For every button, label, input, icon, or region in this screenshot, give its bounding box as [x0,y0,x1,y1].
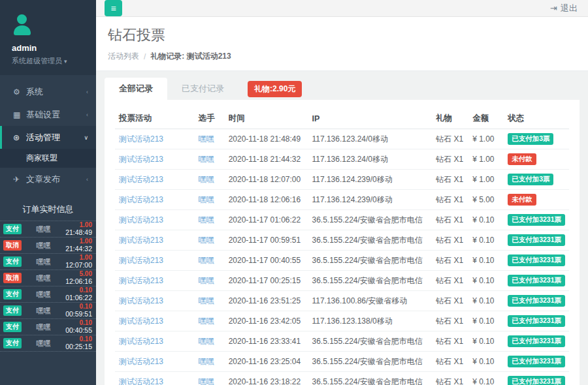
table-row: 测试活动213 嘿嘿 2020-11-17 01:06:22 36.5.155.… [115,210,569,230]
ip-cell: 36.5.155.224/安徽省合肥市电信 [308,271,432,291]
activity-link[interactable]: 测试活动213 [115,129,195,149]
order-time: 21:48:49 [65,229,92,236]
amount-cell: ¥ 0.10 [468,352,504,372]
logout-button[interactable]: ⇥ 退出 [550,3,578,14]
activity-link[interactable]: 测试活动213 [115,311,195,331]
send-icon: ✈ [13,175,26,184]
table-row: 测试活动213 嘿嘿 2020-11-18 21:48:49 117.136.1… [115,129,569,149]
order-status-badge: 支付 [3,224,22,234]
amount-cell: ¥ 0.10 [468,210,504,230]
player-link[interactable]: 嘿嘿 [195,149,225,170]
order-player-name: 嘿嘿 [22,322,65,332]
ip-cell: 36.5.155.224/安徽省合肥市电信 [308,352,432,372]
player-link[interactable]: 嘿嘿 [195,190,225,210]
activity-link[interactable]: 测试活动213 [115,210,195,230]
user-role-dropdown[interactable]: 系统超级管理员▾ [12,56,87,66]
gift-cell: 钻石 X1 [432,352,468,372]
user-panel: admin 系统超级管理员▾ [0,0,96,75]
sidebar-item-system[interactable]: ⚙ 系统 ‹ [0,80,96,103]
activity-link[interactable]: 测试活动213 [115,190,195,210]
content: 全部记录 已支付记录 礼物:2.90元 投票活动 选手 时间 IP 礼物 金额 [96,71,588,385]
amount-cell: ¥ 1.00 [468,170,504,190]
gift-cell: 钻石 X1 [432,190,468,210]
order-list-item[interactable]: 取消 嘿嘿 1.00 21:44:32 [0,238,96,254]
order-time: 00:40:55 [65,327,92,334]
activity-link[interactable]: 测试活动213 [115,352,195,372]
activity-link[interactable]: 测试活动213 [115,251,195,271]
player-link[interactable]: 嘿嘿 [195,271,225,291]
status-cell: 已支付加3231票 [504,331,569,352]
breadcrumb-current: 礼物记录: 测试活动213 [150,51,231,62]
order-list-item[interactable]: 支付 嘿嘿 1.00 21:48:49 [0,221,96,238]
sidebar-item-activity-management[interactable]: ⊛ 活动管理 ∨ [0,126,96,149]
col-amount: 金额 [468,108,504,129]
order-list-item[interactable]: 支付 嘿嘿 0.10 00:59:51 [0,303,96,319]
time-cell: 2020-11-18 21:44:32 [225,149,308,170]
player-link[interactable]: 嘿嘿 [195,170,225,190]
player-link[interactable]: 嘿嘿 [195,331,225,352]
amount-cell: ¥ 5.00 [468,190,504,210]
gift-cell: 钻石 X1 [432,170,468,190]
player-link[interactable]: 嘿嘿 [195,230,225,251]
activity-link[interactable]: 测试活动213 [115,372,195,385]
ip-cell: 117.136.123.24/0移动 [308,129,432,149]
activity-link[interactable]: 测试活动213 [115,230,195,251]
time-cell: 2020-11-18 12:07:00 [225,170,308,190]
ip-cell: 117.136.123.138/0移动 [308,311,432,331]
sidebar-item-basic-settings[interactable]: ▦ 基础设置 ‹ [0,103,96,126]
order-list-item[interactable]: 支付 嘿嘿 0.10 00:25:15 [0,335,96,352]
sidebar-toggle-button[interactable]: ≡ [105,0,122,16]
time-cell: 2020-11-17 00:25:15 [225,271,308,291]
activity-link[interactable]: 测试活动213 [115,170,195,190]
table-row: 测试活动213 嘿嘿 2020-11-18 12:07:00 117.136.1… [115,170,569,190]
order-status-badge: 支付 [3,305,22,316]
status-badge: 已支付加3231票 [508,356,565,367]
player-link[interactable]: 嘿嘿 [195,291,225,311]
logout-icon: ⇥ [550,3,557,13]
order-list-item[interactable]: 支付 嘿嘿 0.10 00:40:55 [0,319,96,335]
activity-link[interactable]: 测试活动213 [115,149,195,170]
amount-cell: ¥ 0.10 [468,372,504,385]
sidebar-item-article-publish[interactable]: ✈ 文章发布 ‹ [0,168,96,191]
order-status-badge: 支付 [3,322,22,332]
player-link[interactable]: 嘿嘿 [195,129,225,149]
order-list-item[interactable]: 支付 嘿嘿 0.10 01:06:22 [0,286,96,303]
order-status-badge: 支付 [3,289,22,300]
order-player-name: 嘿嘿 [22,241,65,251]
table-row: 测试活动213 嘿嘿 2020-11-17 00:40:55 36.5.155.… [115,251,569,271]
caret-down-icon: ▾ [64,58,67,65]
table-row: 测试活动213 嘿嘿 2020-11-16 23:33:41 36.5.155.… [115,331,569,352]
activity-link[interactable]: 测试活动213 [115,271,195,291]
topbar: ≡ ⇥ 退出 [96,0,588,17]
player-link[interactable]: 嘿嘿 [195,251,225,271]
status-badge: 已支付加3231票 [508,275,565,286]
order-list-item[interactable]: 取消 嘿嘿 5.00 12:06:16 [0,270,96,286]
player-link[interactable]: 嘿嘿 [195,352,225,372]
tab-all-records[interactable]: 全部记录 [105,78,167,100]
activity-link[interactable]: 测试活动213 [115,291,195,311]
time-cell: 2020-11-18 21:48:49 [225,129,308,149]
table-row: 测试活动213 嘿嘿 2020-11-18 21:44:32 117.136.1… [115,149,569,170]
order-status-badge: 支付 [3,338,22,348]
status-badge: 已支付加3231票 [508,234,565,246]
activity-link[interactable]: 测试活动213 [115,331,195,352]
gift-cell: 钻石 X1 [432,311,468,331]
sidebar-subitem-merchant-alliance[interactable]: 商家联盟 [0,149,96,168]
table-row: 测试活动213 嘿嘿 2020-11-16 23:25:04 36.5.155.… [115,352,569,372]
time-cell: 2020-11-16 23:51:25 [225,291,308,311]
cog-circle-icon: ⊛ [13,133,26,142]
player-link[interactable]: 嘿嘿 [195,372,225,385]
order-list-item[interactable]: 支付 嘿嘿 1.00 12:07:00 [0,254,96,270]
breadcrumb-root[interactable]: 活动列表 [108,51,139,62]
player-link[interactable]: 嘿嘿 [195,210,225,230]
ip-cell: 36.5.155.224/安徽省合肥市电信 [308,251,432,271]
status-badge: 已支付加3231票 [508,295,565,307]
ip-cell: 117.136.124.239/0移动 [308,190,432,210]
player-link[interactable]: 嘿嘿 [195,311,225,331]
order-player-name: 嘿嘿 [22,306,65,316]
order-time: 21:44:32 [65,245,92,253]
col-time: 时间 [225,108,308,129]
col-ip: IP [308,108,432,129]
tab-paid-records[interactable]: 已支付记录 [167,78,238,100]
table-row: 测试活动213 嘿嘿 2020-11-16 23:51:25 117.136.1… [115,291,569,311]
